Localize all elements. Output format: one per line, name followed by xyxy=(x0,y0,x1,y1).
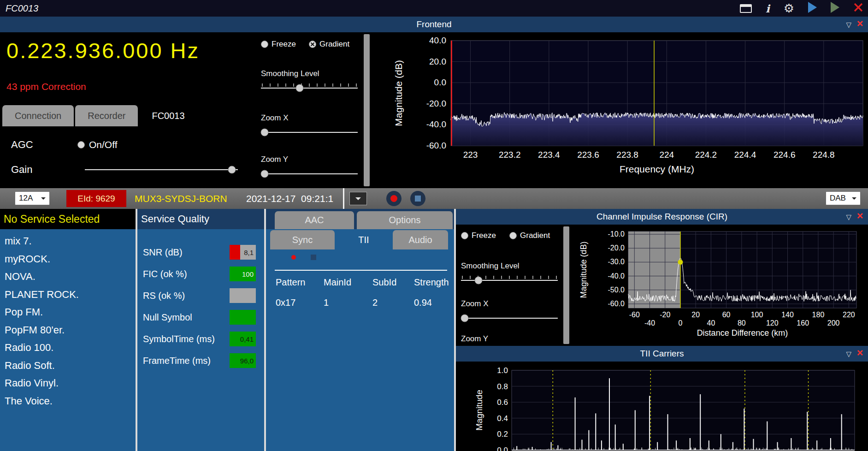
cir-smoothing-slider-handle[interactable] xyxy=(474,277,482,285)
tii-close-icon[interactable] xyxy=(857,350,863,358)
metric-label: FIC (ok %) xyxy=(143,268,187,279)
tab-sync[interactable]: Sync xyxy=(270,230,335,249)
settings-gear-icon[interactable]: ⚙ xyxy=(784,2,794,14)
mode-value: DAB xyxy=(830,194,846,203)
service-list-item[interactable]: PopFM 80'er. xyxy=(0,321,136,339)
frontend-tab-fc0013[interactable]: FC0013 xyxy=(139,105,197,126)
collapse-icon[interactable]: ▽ xyxy=(846,350,851,357)
service-list-item[interactable]: NOVA. xyxy=(0,268,136,286)
info-icon[interactable]: i xyxy=(766,3,770,14)
collapse-icon[interactable]: ▽ xyxy=(846,21,851,28)
tab-tii[interactable]: TII xyxy=(337,230,391,249)
svg-text:0.8: 0.8 xyxy=(497,382,508,391)
mode-selector[interactable]: DAB xyxy=(826,191,861,205)
svg-text:220: 220 xyxy=(843,311,855,319)
svg-text:120: 120 xyxy=(766,319,779,327)
scrollbar[interactable] xyxy=(563,226,569,344)
svg-text:224.6: 224.6 xyxy=(774,150,796,160)
gradient-radio[interactable] xyxy=(309,41,316,48)
svg-text:20: 20 xyxy=(691,311,700,319)
svg-text:160: 160 xyxy=(797,319,809,327)
dropdown-button[interactable] xyxy=(349,192,367,205)
cir-controls: Freeze Gradient Smoothing Level Zoom X Z… xyxy=(461,225,567,346)
ppm-correction-label: 43 ppm Correction xyxy=(6,81,86,92)
cir-smoothing-slider[interactable] xyxy=(461,275,558,285)
smoothing-slider[interactable] xyxy=(261,83,358,93)
metric-value: 0,41 xyxy=(240,335,254,343)
frontend-tab-connection[interactable]: Connection xyxy=(2,105,74,126)
cir-plot[interactable]: -60-40-20020406080100120140160180200220-… xyxy=(572,225,868,346)
cir-zoom-x-slider-handle[interactable] xyxy=(461,315,469,322)
gain-slider-handle[interactable] xyxy=(228,166,236,174)
service-list-item[interactable]: Radio Soft. xyxy=(0,357,136,375)
service-list-item[interactable]: PLANET ROCK. xyxy=(0,286,136,304)
tab-aac[interactable]: AAC xyxy=(275,211,354,229)
tab-options[interactable]: Options xyxy=(357,211,453,229)
svg-text:80: 80 xyxy=(738,319,746,327)
zoom-y-slider-handle[interactable] xyxy=(261,170,269,178)
frontend-panel: 0.223.936.000 Hz 43 ppm Correction Conne… xyxy=(0,32,868,188)
scrollbar[interactable] xyxy=(364,34,370,186)
svg-text:Frequency (MHz): Frequency (MHz) xyxy=(620,164,694,174)
svg-text:-50.0: -50.0 xyxy=(608,286,625,294)
svg-text:200: 200 xyxy=(827,319,840,327)
smoothing-slider-handle[interactable] xyxy=(296,84,304,92)
tab-audio[interactable]: Audio xyxy=(393,230,448,249)
ensemble-id-badge: EId: 9629 xyxy=(66,190,126,207)
right-column: Channel Impulse Response (CIR) ▽ Freeze … xyxy=(456,209,868,451)
cir-freeze-radio[interactable] xyxy=(461,232,468,239)
details-sub-tabs: SyncTIIAudio xyxy=(270,230,448,249)
record-button[interactable] xyxy=(386,191,402,206)
frontend-close-icon[interactable] xyxy=(857,20,863,29)
svg-text:60: 60 xyxy=(722,311,731,319)
metric-label: RS (ok %) xyxy=(143,290,185,301)
channel-selector[interactable]: 12A xyxy=(15,191,50,205)
svg-text:-40.0: -40.0 xyxy=(608,272,625,280)
agc-radio[interactable] xyxy=(77,141,85,148)
column-header: MainId xyxy=(324,277,372,288)
collapse-icon[interactable]: ▽ xyxy=(846,214,851,220)
table-cell: 2 xyxy=(372,297,414,308)
spectrum-plot[interactable]: 223223.2223.4223.6223.8224224.2224.4224.… xyxy=(370,32,868,188)
channel-value: 12A xyxy=(19,194,33,203)
cir-close-icon[interactable] xyxy=(857,213,863,221)
gain-row: Gain xyxy=(11,160,32,180)
metric-value: 8,1 xyxy=(244,248,254,256)
service-list-item[interactable]: mix 7. xyxy=(0,232,136,250)
svg-text:100: 100 xyxy=(751,311,763,319)
play-icon[interactable] xyxy=(808,2,817,15)
agc-row: AGC On/Off xyxy=(11,135,117,155)
cir-panel: Freeze Gradient Smoothing Level Zoom X Z… xyxy=(456,225,868,346)
table-cell: 0x17 xyxy=(276,297,324,308)
svg-text:-60.0: -60.0 xyxy=(608,300,625,308)
gain-slider[interactable] xyxy=(85,165,238,175)
tii-carriers-plot[interactable]: 1.00.80.60.40.20.0Magnitude xyxy=(470,362,868,451)
frontend-tab-recorder[interactable]: Recorder xyxy=(75,105,138,126)
zoom-x-slider[interactable] xyxy=(261,127,358,137)
service-list-item[interactable]: The Voice. xyxy=(0,392,136,410)
status-indicator-dot xyxy=(291,255,296,260)
service-list-item[interactable]: Radio 100. xyxy=(0,339,136,357)
window-restore-icon[interactable] xyxy=(740,4,752,13)
close-icon[interactable] xyxy=(853,2,863,14)
metric-bar: 8,1 xyxy=(230,245,256,260)
svg-text:20.0: 20.0 xyxy=(429,57,446,66)
cir-zoom-x-slider[interactable] xyxy=(461,313,558,323)
service-list-item[interactable]: myROCK. xyxy=(0,250,136,268)
metric-label: SNR (dB) xyxy=(143,247,183,257)
cir-zoom-y-label: Zoom Y xyxy=(461,334,488,344)
cir-gradient-radio[interactable] xyxy=(509,232,517,239)
stop-button[interactable] xyxy=(410,191,425,206)
zoom-x-slider-handle[interactable] xyxy=(261,129,269,136)
service-quality-row: FrameTime (ms)96,0 xyxy=(137,350,264,371)
service-list-item[interactable]: Radio Vinyl. xyxy=(0,374,136,392)
zoom-y-slider[interactable] xyxy=(261,169,358,179)
freeze-radio[interactable] xyxy=(261,41,268,48)
play-secondary-icon[interactable] xyxy=(831,2,839,15)
svg-text:-20: -20 xyxy=(660,311,670,319)
service-list-item[interactable]: Pop FM. xyxy=(0,303,136,321)
svg-text:-60: -60 xyxy=(629,311,640,319)
separator xyxy=(343,188,344,209)
svg-text:-20.0: -20.0 xyxy=(426,99,446,108)
table-row[interactable]: 0x17120.94 xyxy=(266,297,454,308)
